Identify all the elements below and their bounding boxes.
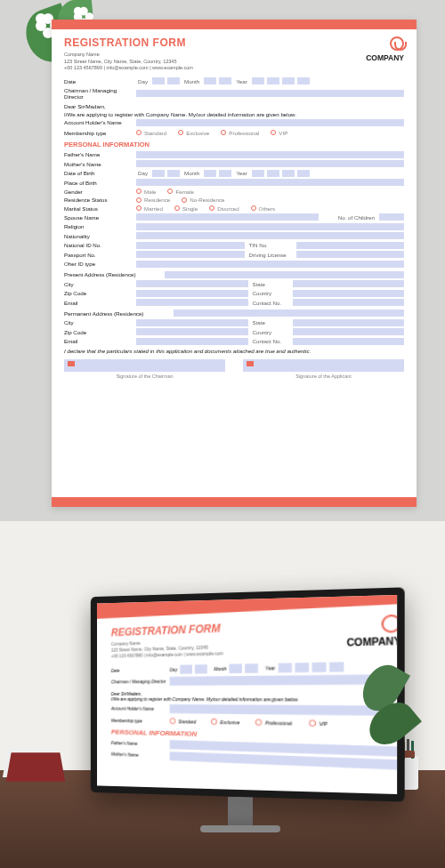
radio-female[interactable]: Female — [167, 189, 194, 195]
gender-label: Gender — [64, 189, 134, 195]
year-label: Year — [236, 78, 247, 84]
license-field[interactable] — [296, 251, 405, 258]
membership-label: Membership type — [64, 130, 134, 136]
top-stripe — [52, 20, 417, 29]
city-label: City — [64, 281, 134, 287]
form-title: REGISTRATION FORM — [64, 36, 193, 49]
mother-label: Mother's Name — [64, 161, 134, 167]
tin-field[interactable] — [296, 242, 405, 249]
other-id-field[interactable] — [136, 261, 404, 268]
nationality-label: Nationality — [64, 233, 134, 239]
chairman-label: Chairman / Managing Director — [64, 87, 134, 100]
year-field-1[interactable] — [252, 77, 264, 84]
radio-married[interactable]: Married — [136, 205, 163, 212]
mother-field[interactable] — [136, 160, 404, 167]
passport-label: Passport No. — [64, 252, 134, 258]
radio-residence[interactable]: Residence — [136, 197, 170, 203]
tin-label: TIN No. — [249, 242, 292, 248]
pob-field[interactable] — [136, 179, 404, 186]
residence-label: Residence Status — [64, 197, 134, 203]
radio-male[interactable]: Male — [136, 189, 156, 195]
radio-exclusive[interactable]: Exclusive — [178, 130, 209, 136]
salutation: Dear Sir/Madam, — [64, 103, 404, 109]
month-field-2[interactable] — [219, 77, 231, 84]
license-label: Driving License — [249, 252, 292, 258]
declaration: I declare that the particulars stated in… — [64, 348, 404, 354]
month-field-1[interactable] — [204, 77, 216, 84]
monitor: REGISTRATION FORM Company Name 123 Stree… — [80, 592, 400, 832]
company-contact: +00 123 4567890 | info@example.com | www… — [64, 65, 193, 72]
permanent-address-field[interactable] — [174, 309, 404, 317]
bottom-stripe — [52, 497, 417, 507]
radio-standard[interactable]: Standard — [136, 130, 166, 136]
radio-others[interactable]: Others — [251, 205, 276, 212]
religion-label: Religion — [64, 223, 134, 229]
contact-label: Contact No. — [253, 300, 288, 306]
children-label: No. of Children — [323, 214, 375, 221]
intro-text: I/We are applying to register with Compa… — [64, 111, 404, 117]
nationality-field[interactable] — [136, 232, 404, 239]
month-label: Month — [184, 78, 199, 84]
father-label: Father's Name — [64, 151, 134, 157]
radio-professional[interactable]: Professional — [221, 130, 259, 136]
chairman-field[interactable] — [136, 90, 404, 97]
signature-applicant: Signature of the Applicant — [243, 359, 404, 379]
monitor-form-preview: REGISTRATION FORM Company Name 123 Stree… — [97, 595, 397, 794]
spouse-field[interactable] — [136, 213, 319, 221]
radio-vip[interactable]: VIP — [271, 130, 287, 136]
year-field-2[interactable] — [267, 77, 279, 84]
logo-text: COMPANY — [366, 53, 404, 62]
date-label: Date — [64, 78, 134, 84]
plant-right — [356, 663, 409, 770]
national-id-field[interactable] — [136, 242, 245, 249]
company-address: 123 Street Name, City Name, State, Count… — [64, 59, 193, 66]
company-name: Company Name — [64, 52, 193, 59]
book-top — [6, 752, 65, 781]
radio-no-residence[interactable]: No-Residence — [182, 197, 224, 203]
marital-label: Marital Status — [64, 205, 134, 212]
email-label: Email — [64, 300, 134, 306]
year-field-3[interactable] — [282, 77, 295, 84]
radio-single[interactable]: Single — [174, 205, 198, 212]
national-id-label: National ID No. — [64, 242, 134, 248]
zip-label: Zip Code — [64, 290, 134, 296]
signature-chairman: Signature of the Chairman — [64, 359, 225, 379]
logo-block: COMPANY — [366, 36, 404, 62]
radio-divorced[interactable]: Divorced — [209, 205, 239, 212]
religion-field[interactable] — [136, 223, 404, 230]
country-label: Country — [253, 290, 288, 296]
dob-label: Date of Birth — [64, 170, 134, 176]
spouse-label: Spouse Name — [64, 214, 134, 221]
day-field-2[interactable] — [167, 77, 180, 84]
permanent-address-label: Permanent Address (Residence) — [64, 310, 171, 317]
children-field[interactable] — [379, 213, 404, 221]
company-info: Company Name 123 Street Name, City Name,… — [64, 52, 193, 72]
day-field-1[interactable] — [152, 77, 165, 84]
state-label: State — [253, 281, 288, 287]
pob-label: Place of Birth — [64, 180, 134, 186]
passport-field[interactable] — [136, 251, 245, 258]
other-id-label: Oher ID type — [64, 261, 134, 267]
section-personal: PERSONAL INFORMATION — [64, 141, 404, 149]
year-field-4[interactable] — [297, 77, 310, 84]
present-address-field[interactable] — [165, 271, 404, 278]
logo-icon — [390, 36, 404, 51]
desk-scene: REGISTRATION FORM Company Name 123 Stree… — [0, 521, 445, 868]
account-holder-label: Account Holder's Name — [64, 119, 134, 125]
registration-form-page: REGISTRATION FORM Company Name 123 Stree… — [52, 20, 417, 507]
logo-icon — [381, 615, 397, 633]
account-holder-field[interactable] — [136, 119, 404, 126]
father-field[interactable] — [136, 151, 404, 158]
day-label: Day — [138, 78, 148, 84]
present-address-label: Present Address (Residence) — [64, 271, 162, 277]
